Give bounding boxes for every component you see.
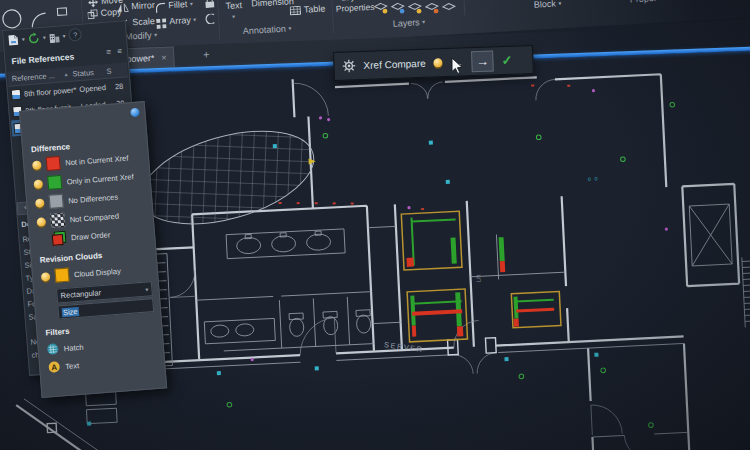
- lift-label: Lift: [475, 274, 481, 283]
- chevron-down-icon[interactable]: ▾: [232, 12, 235, 19]
- attach-dwg-icon[interactable]: [7, 33, 19, 46]
- dimension-button[interactable]: Dimension: [251, 0, 294, 9]
- layer-state-icons[interactable]: [374, 0, 461, 17]
- svg-text:A: A: [51, 363, 58, 372]
- fillet-icon: [155, 2, 166, 13]
- sort-asc-icon: ▲: [63, 71, 68, 77]
- color-swatch-added: [47, 175, 62, 190]
- block-panel-button[interactable]: Block ▾: [534, 0, 562, 10]
- copy-icon: [87, 9, 98, 20]
- refresh-icon[interactable]: [27, 32, 40, 45]
- blue-streak: [689, 430, 750, 450]
- new-tab-button[interactable]: +: [198, 47, 215, 63]
- lightbulb-icon[interactable]: [434, 58, 443, 67]
- column-size[interactable]: S: [106, 66, 112, 75]
- move-icon: [88, 0, 99, 8]
- cloud-display-row: Cloud Display: [41, 264, 122, 284]
- dwg-file-icon: [11, 88, 22, 100]
- bath-fixtures: [206, 229, 371, 341]
- filters-header: Filters: [45, 327, 70, 338]
- color-swatch-removed: [46, 156, 61, 171]
- layer-properties-button-line2[interactable]: Properties: [336, 2, 375, 14]
- draw-order-icon: [52, 231, 67, 246]
- chevron-down-icon: ▾: [193, 17, 196, 23]
- text-button[interactable]: Text: [225, 0, 242, 11]
- chevron-down-icon: ▾: [558, 0, 561, 6]
- lightbulb-icon[interactable]: [36, 217, 46, 227]
- scale-button[interactable]: Scale: [132, 16, 155, 27]
- column-status[interactable]: Status: [72, 66, 107, 78]
- chevron-down-icon: ▾: [422, 19, 425, 25]
- settings-sphere-icon[interactable]: [130, 108, 140, 118]
- close-icon[interactable]: ×: [161, 53, 167, 63]
- legend-row: Not Compared: [36, 209, 119, 229]
- arrow-right-icon: →: [476, 55, 489, 68]
- svg-text:0 0: 0 0: [588, 175, 598, 181]
- legend-row: Only in Current Xref: [33, 169, 134, 191]
- layers-panel-button[interactable]: Layers ▾: [392, 17, 425, 29]
- properties-panel-partial[interactable]: Proper: [629, 0, 657, 4]
- mirror-icon: [117, 3, 128, 13]
- palette-title: File References: [11, 51, 74, 66]
- difference-header: Difference: [31, 142, 71, 154]
- legend-row: No Differences: [35, 190, 119, 210]
- offset-icon[interactable]: [205, 14, 216, 25]
- chevron-down-icon: ▾: [190, 1, 193, 7]
- lock-icon[interactable]: [205, 0, 215, 8]
- help-icon[interactable]: ?: [68, 28, 82, 42]
- server-room-label: SERVER: [384, 340, 425, 354]
- text-filter-icon: A: [48, 361, 61, 374]
- list-view-icon[interactable]: ≡: [106, 48, 111, 57]
- color-swatch-nodiff: [49, 194, 64, 209]
- cloud-color-swatch: [54, 268, 69, 283]
- gear-icon[interactable]: [342, 59, 355, 72]
- table-icon: [290, 6, 301, 16]
- chevron-down-icon[interactable]: ▾: [62, 32, 66, 39]
- lightbulb-cloud-icon[interactable]: [41, 272, 51, 282]
- legend-row: Draw Order: [52, 227, 111, 246]
- fillet-button[interactable]: Fillet ▾: [168, 0, 193, 10]
- hatch-filter-icon: [46, 343, 59, 356]
- chevron-down-icon: ▾: [145, 285, 149, 292]
- mirror-button[interactable]: Mirror: [131, 0, 155, 11]
- chevron-down-icon[interactable]: ▾: [42, 34, 46, 41]
- lightbulb-icon[interactable]: [33, 179, 43, 189]
- column-reference[interactable]: Reference ...: [11, 70, 64, 83]
- revision-clouds-header: Revision Clouds: [39, 251, 102, 265]
- mouse-cursor: [451, 57, 465, 75]
- app-window: 0 0 SERVER Lift Move Copy Mirror Scale: [0, 0, 750, 450]
- hatched-ellipse: [129, 113, 327, 242]
- filter-text-row[interactable]: A Text: [48, 359, 80, 373]
- lightbulb-icon[interactable]: [32, 160, 42, 170]
- chevron-down-icon: ▾: [154, 32, 157, 38]
- filter-hatch-row[interactable]: Hatch: [46, 341, 84, 356]
- annotation-panel-button[interactable]: Annotation ▾: [243, 23, 292, 36]
- array-button[interactable]: Array ▾: [169, 15, 197, 26]
- tree-view-icon[interactable]: ≡: [117, 47, 122, 56]
- chevron-down-icon[interactable]: ▾: [21, 35, 25, 42]
- table-button[interactable]: Table: [304, 3, 326, 14]
- modify-panel-button[interactable]: Modify ▾: [125, 30, 158, 42]
- finish-compare-button[interactable]: ✓: [501, 53, 512, 68]
- ribbon-divider: [462, 0, 465, 16]
- lightbulb-icon[interactable]: [35, 198, 45, 208]
- xref-compare-settings-panel: Difference Not in Current Xref Only in C…: [19, 101, 167, 398]
- ribbon-divider: [217, 0, 221, 39]
- ribbon-divider: [330, 0, 334, 33]
- color-swatch-notcompared: [50, 213, 65, 228]
- xref-compare-title: Xref Compare: [363, 58, 426, 71]
- next-change-button[interactable]: →: [471, 50, 494, 72]
- legend-row: Not in Current Xref: [32, 151, 129, 173]
- chevron-down-icon: ▾: [288, 25, 291, 31]
- array-icon: [156, 18, 167, 29]
- diff-removed-marks: [406, 251, 555, 339]
- building-icon[interactable]: [48, 30, 60, 43]
